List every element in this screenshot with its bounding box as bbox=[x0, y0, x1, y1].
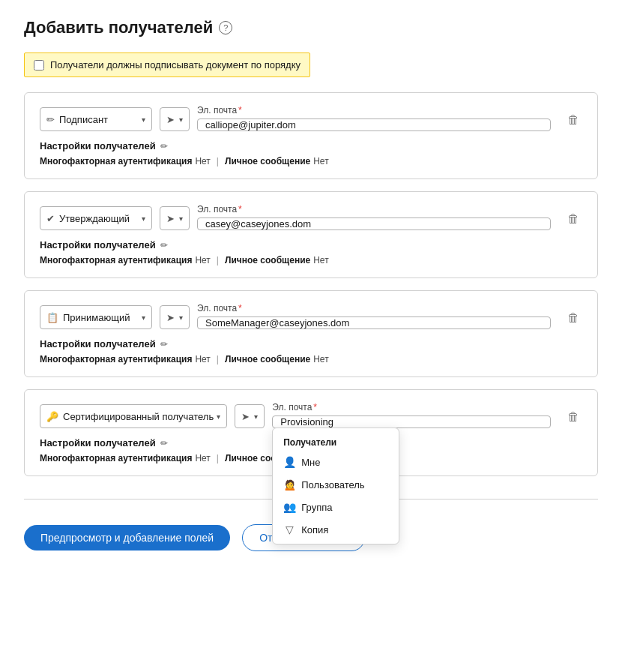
role-chevron-3: ▾ bbox=[142, 314, 145, 322]
send-chevron-2: ▾ bbox=[179, 214, 183, 223]
settings-label-3: Настройки получателей bbox=[40, 338, 156, 350]
email-input-2[interactable] bbox=[197, 218, 551, 230]
mfa-key-1: Многофакторная аутентификация bbox=[40, 156, 192, 166]
preview-button[interactable]: Предпросмотр и добавление полей bbox=[24, 525, 230, 550]
mfa-value-4: Нет bbox=[195, 453, 210, 464]
settings-label-1: Настройки получателей bbox=[40, 140, 156, 152]
edit-icon-2[interactable]: ✏ bbox=[160, 240, 168, 250]
settings-label-4: Настройки получателей bbox=[40, 437, 156, 448]
role-select-1[interactable]: ✏ Подписант ▾ bbox=[40, 107, 152, 131]
send-chevron-1: ▾ bbox=[179, 116, 183, 124]
send-icon-4: ➤ bbox=[241, 411, 250, 422]
recipients-dropdown: Получатели 👤 Мне 🙍 Пользователь 👥 Группа bbox=[272, 428, 399, 544]
msg-key-2: Личное сообщение bbox=[225, 255, 310, 266]
dropdown-item-group[interactable]: 👥 Группа bbox=[273, 496, 399, 518]
page-title: Добавить получателей bbox=[24, 18, 213, 38]
dropdown-item-user[interactable]: 🙍 Пользователь bbox=[273, 473, 399, 496]
email-field-group-4: Эл. почта* Получатели 👤 Мне 🙍 Пользовате… bbox=[272, 402, 551, 428]
email-input-4[interactable] bbox=[272, 416, 551, 428]
mfa-key-3: Многофакторная аутентификация bbox=[40, 354, 192, 364]
recipient-card-2: ✔ Утверждающий ▾ ➤ ▾ Эл. почта* 🗑 Настро… bbox=[24, 191, 598, 278]
role-name-2: Утверждающий bbox=[59, 213, 130, 224]
send-icon-1: ➤ bbox=[166, 114, 175, 125]
recipient-card-3: 📋 Принимающий ▾ ➤ ▾ Эл. почта* 🗑 Настрой… bbox=[24, 290, 598, 377]
group-icon: 👥 bbox=[283, 501, 295, 513]
msg-key-1: Личное сообщение bbox=[225, 156, 310, 166]
delete-btn-3[interactable]: 🗑 bbox=[564, 308, 582, 328]
email-label-4: Эл. почта* bbox=[272, 402, 551, 412]
email-field-group-3: Эл. почта* bbox=[197, 303, 551, 329]
edit-icon-3[interactable]: ✏ bbox=[160, 339, 168, 350]
order-checkbox[interactable] bbox=[34, 60, 44, 70]
copy-icon: ▽ bbox=[283, 524, 295, 536]
help-icon[interactable]: ? bbox=[219, 21, 232, 34]
me-icon: 👤 bbox=[283, 456, 295, 468]
role-name-3: Принимающий bbox=[63, 312, 130, 323]
user-label: Пользователь bbox=[301, 479, 364, 490]
role-name-1: Подписант bbox=[59, 114, 108, 125]
delete-btn-1[interactable]: 🗑 bbox=[564, 110, 582, 130]
mfa-value-1: Нет bbox=[195, 156, 210, 166]
dropdown-title: Получатели bbox=[273, 431, 399, 451]
msg-value-2: Нет bbox=[313, 255, 328, 266]
role-chevron-4: ▾ bbox=[217, 412, 220, 421]
card-row-4: 🔑 Сертифицированный получатель ▾ ➤ ▾ Эл.… bbox=[40, 402, 582, 428]
role-field-group-1: ✏ Подписант ▾ bbox=[40, 107, 152, 131]
send-icon-3: ➤ bbox=[166, 312, 175, 323]
order-checkbox-row: Получатели должны подписывать документ п… bbox=[24, 52, 310, 77]
role-select-2[interactable]: ✔ Утверждающий ▾ bbox=[40, 206, 152, 230]
role-chevron-1: ▾ bbox=[142, 116, 145, 124]
email-label-2: Эл. почта* bbox=[197, 204, 551, 214]
edit-icon-4[interactable]: ✏ bbox=[160, 438, 168, 448]
email-input-1[interactable] bbox=[197, 118, 551, 131]
msg-value-1: Нет bbox=[313, 156, 328, 166]
send-icon-2: ➤ bbox=[166, 213, 175, 224]
email-input-3[interactable] bbox=[197, 316, 551, 329]
email-field-group-1: Эл. почта* bbox=[197, 105, 551, 131]
role-name-4: Сертифицированный получатель bbox=[63, 411, 214, 422]
mfa-value-3: Нет bbox=[195, 354, 210, 364]
delete-btn-2[interactable]: 🗑 bbox=[564, 209, 582, 229]
email-label-3: Эл. почта* bbox=[197, 303, 551, 314]
mfa-key-2: Многофакторная аутентификация bbox=[40, 255, 192, 266]
dropdown-item-copy[interactable]: ▽ Копия bbox=[273, 518, 399, 541]
card-row-1: ✏ Подписант ▾ ➤ ▾ Эл. почта* 🗑 bbox=[40, 105, 582, 131]
group-label: Группа bbox=[301, 502, 332, 513]
mfa-key-4: Многофакторная аутентификация bbox=[40, 453, 192, 464]
msg-key-3: Личное сообщение bbox=[225, 354, 310, 364]
send-btn-4[interactable]: ➤ ▾ bbox=[235, 404, 265, 428]
send-btn-2[interactable]: ➤ ▾ bbox=[160, 206, 190, 230]
role-chevron-2: ▾ bbox=[142, 214, 145, 223]
role-field-group-2: ✔ Утверждающий ▾ bbox=[40, 206, 152, 230]
page-header: Добавить получателей ? bbox=[24, 18, 598, 38]
me-label: Мне bbox=[301, 457, 320, 468]
card-row-3: 📋 Принимающий ▾ ➤ ▾ Эл. почта* 🗑 bbox=[40, 303, 582, 329]
mfa-value-2: Нет bbox=[195, 255, 210, 266]
send-chevron-3: ▾ bbox=[179, 314, 183, 322]
role-field-group-3: 📋 Принимающий ▾ bbox=[40, 305, 152, 329]
role-select-3[interactable]: 📋 Принимающий ▾ bbox=[40, 305, 152, 329]
send-chevron-4: ▾ bbox=[254, 412, 258, 421]
role-select-4[interactable]: 🔑 Сертифицированный получатель ▾ bbox=[40, 404, 227, 428]
meta-row-1: Многофакторная аутентификация Нет | Личн… bbox=[40, 156, 582, 166]
role-icon-1: ✏ bbox=[46, 114, 55, 125]
email-field-group-2: Эл. почта* bbox=[197, 204, 551, 230]
meta-row-3: Многофакторная аутентификация Нет | Личн… bbox=[40, 354, 582, 364]
recipient-card-4: 🔑 Сертифицированный получатель ▾ ➤ ▾ Эл.… bbox=[24, 389, 598, 476]
role-icon-4: 🔑 bbox=[46, 411, 58, 422]
card-row-2: ✔ Утверждающий ▾ ➤ ▾ Эл. почта* 🗑 bbox=[40, 204, 582, 230]
msg-value-3: Нет bbox=[313, 354, 328, 364]
settings-label-2: Настройки получателей bbox=[40, 239, 156, 250]
page-container: Добавить получателей ? Получатели должны… bbox=[24, 18, 598, 551]
settings-row-1: Настройки получателей ✏ bbox=[40, 140, 582, 152]
recipient-card-1: ✏ Подписант ▾ ➤ ▾ Эл. почта* 🗑 Настройки… bbox=[24, 92, 598, 179]
user-icon: 🙍 bbox=[283, 478, 295, 490]
send-btn-3[interactable]: ➤ ▾ bbox=[160, 305, 190, 329]
dropdown-item-me[interactable]: 👤 Мне bbox=[273, 451, 399, 473]
order-label: Получатели должны подписывать документ п… bbox=[50, 59, 301, 70]
delete-btn-4[interactable]: 🗑 bbox=[564, 407, 582, 427]
send-btn-1[interactable]: ➤ ▾ bbox=[160, 107, 190, 131]
edit-icon-1[interactable]: ✏ bbox=[160, 141, 168, 152]
copy-label: Копия bbox=[301, 524, 328, 536]
email-label-1: Эл. почта* bbox=[197, 105, 551, 116]
